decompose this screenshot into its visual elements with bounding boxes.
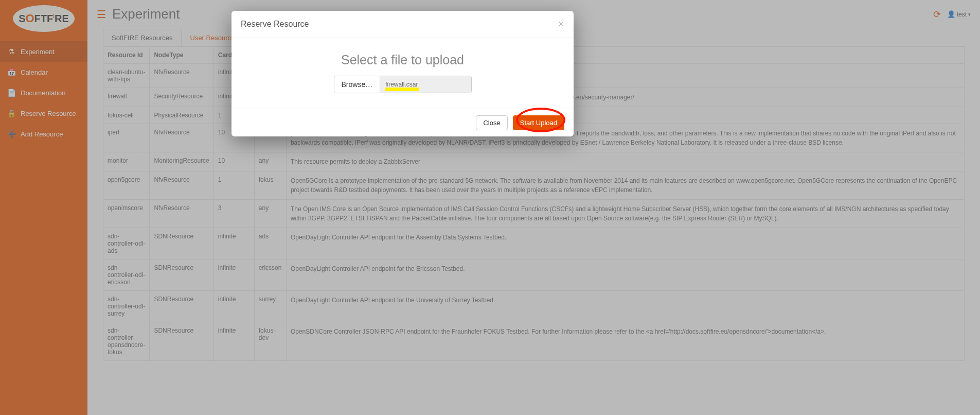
browse-button[interactable]: Browse… <box>334 76 381 93</box>
modal-heading: Select a file to upload <box>242 53 563 67</box>
close-icon[interactable]: × <box>558 19 564 30</box>
modal-title: Reserve Resource <box>241 20 309 29</box>
start-upload-button[interactable]: Start Upload <box>513 115 564 130</box>
highlight-annotation <box>385 88 419 91</box>
reserve-resource-modal: Reserve Resource × Select a file to uplo… <box>231 11 574 136</box>
file-input-row: Browse… firewall.csar <box>334 76 472 93</box>
selected-file-name: firewall.csar <box>380 76 471 93</box>
close-button[interactable]: Close <box>476 115 507 130</box>
